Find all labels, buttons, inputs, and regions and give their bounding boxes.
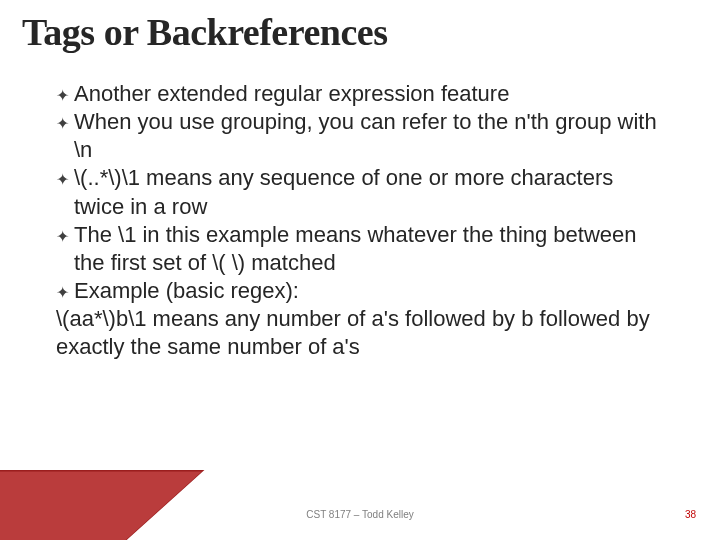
decorative-wedge — [0, 472, 201, 540]
bullet-text: The \1 in this example means whatever th… — [74, 221, 660, 277]
slide-body: ✦ Another extended regular expression fe… — [0, 54, 720, 362]
slide-title: Tags or Backreferences — [0, 0, 720, 54]
bullet-text: When you use grouping, you can refer to … — [74, 108, 660, 164]
bullet-icon: ✦ — [56, 227, 68, 246]
bullet-text: Example (basic regex): — [74, 277, 299, 305]
bullet-item: ✦ Another extended regular expression fe… — [56, 80, 660, 108]
bullet-item: ✦ \(..*\)\1 means any sequence of one or… — [56, 164, 660, 220]
bullet-item: ✦ Example (basic regex): — [56, 277, 660, 305]
bullet-icon: ✦ — [56, 170, 68, 189]
bullet-icon: ✦ — [56, 283, 68, 302]
example-continuation: \(aa*\)b\1 means any number of a's follo… — [56, 305, 660, 361]
footer-text: CST 8177 – Todd Kelley — [0, 509, 720, 520]
bullet-text: Another extended regular expression feat… — [74, 80, 509, 108]
page-number: 38 — [685, 509, 696, 520]
bullet-item: ✦ The \1 in this example means whatever … — [56, 221, 660, 277]
bullet-item: ✦ When you use grouping, you can refer t… — [56, 108, 660, 164]
bullet-text: \(..*\)\1 means any sequence of one or m… — [74, 164, 660, 220]
bullet-icon: ✦ — [56, 114, 68, 133]
bullet-icon: ✦ — [56, 86, 68, 105]
